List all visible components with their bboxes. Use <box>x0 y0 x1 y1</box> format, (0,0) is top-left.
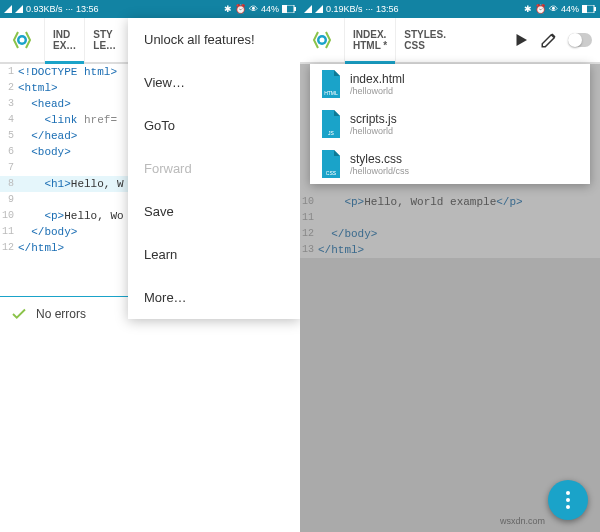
menu-goto[interactable]: GoTo <box>128 104 300 147</box>
watermark: wsxdn.com <box>500 516 545 526</box>
svg-point-4 <box>20 38 25 43</box>
eye-icon: 👁 <box>549 4 558 14</box>
battery-pct: 44% <box>561 4 579 14</box>
menu-view[interactable]: View… <box>128 61 300 104</box>
file-path: /helloworld/css <box>350 166 409 176</box>
battery-pct: 44% <box>261 4 279 14</box>
svg-point-9 <box>320 38 325 43</box>
fab-more[interactable] <box>548 480 588 520</box>
error-status: No errors <box>36 307 86 321</box>
status-bar-right: 0.19KB/s ··· 13:56 ✱ ⏰ 👁 44% <box>300 0 600 18</box>
status-bar-left: 0.93KB/s ··· 13:56 ✱ ⏰ 👁 44% <box>0 0 300 18</box>
svg-rect-7 <box>594 7 596 11</box>
file-path: /helloworld <box>350 126 397 136</box>
svg-rect-6 <box>582 5 587 13</box>
svg-text:CSS: CSS <box>326 170 337 176</box>
tab-bar-right: INDEX. HTML * STYLES. CSS <box>300 18 600 64</box>
alarm-icon: ⏰ <box>235 4 246 14</box>
file-item-styles[interactable]: CSS styles.css /helloworld/css <box>310 144 590 184</box>
svg-rect-2 <box>294 7 296 11</box>
css-file-icon: CSS <box>318 150 342 178</box>
menu-learn[interactable]: Learn <box>128 233 300 276</box>
menu-more[interactable]: More… <box>128 276 300 319</box>
tab-index[interactable]: IND EX… <box>44 18 84 62</box>
pencil-icon[interactable] <box>540 31 558 49</box>
html-file-icon: HTML <box>318 70 342 98</box>
toggle-switch[interactable] <box>568 33 592 47</box>
eye-icon: 👁 <box>249 4 258 14</box>
svg-text:JS: JS <box>328 130 335 136</box>
menu-forward: Forward <box>128 147 300 190</box>
alarm-icon: ⏰ <box>535 4 546 14</box>
file-item-index[interactable]: HTML index.html /helloworld <box>310 64 590 104</box>
files-dropdown: HTML index.html /helloworld JS scripts.j… <box>310 64 590 184</box>
svg-rect-1 <box>282 5 287 13</box>
menu-unlock[interactable]: Unlock all features! <box>128 18 300 61</box>
tab-index-html[interactable]: INDEX. HTML * <box>344 18 395 62</box>
check-icon <box>10 305 28 323</box>
js-file-icon: JS <box>318 110 342 138</box>
tab-styles-css[interactable]: STYLES. CSS <box>395 18 454 62</box>
play-icon[interactable] <box>512 31 530 49</box>
tab-styles[interactable]: STY LE… <box>84 18 124 62</box>
overflow-menu: Unlock all features! View… GoTo Forward … <box>128 18 300 319</box>
file-name: styles.css <box>350 152 409 166</box>
file-item-scripts[interactable]: JS scripts.js /helloworld <box>310 104 590 144</box>
more-vertical-icon <box>566 491 570 509</box>
clock: 13:56 <box>76 4 99 14</box>
file-path: /helloworld <box>350 86 405 96</box>
menu-save[interactable]: Save <box>128 190 300 233</box>
file-name: scripts.js <box>350 112 397 126</box>
svg-text:HTML: HTML <box>324 90 338 96</box>
file-name: index.html <box>350 72 405 86</box>
app-logo[interactable] <box>300 28 344 52</box>
clock: 13:56 <box>376 4 399 14</box>
network-speed: 0.19KB/s <box>326 4 363 14</box>
network-speed: 0.93KB/s <box>26 4 63 14</box>
app-logo[interactable] <box>0 28 44 52</box>
